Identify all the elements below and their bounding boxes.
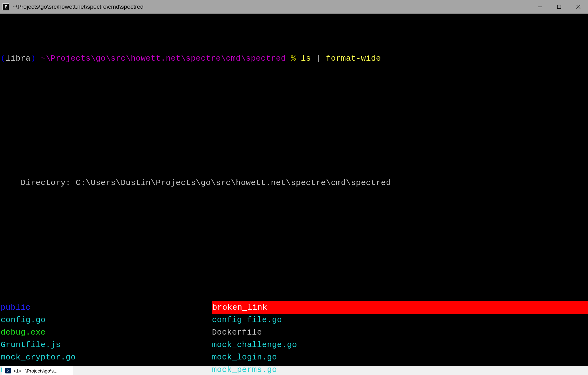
maximize-button[interactable] xyxy=(549,0,569,13)
file-entry: broken_link xyxy=(212,301,588,314)
minimize-button[interactable] xyxy=(530,0,549,13)
window-controls xyxy=(530,0,588,13)
file-entry: mock_perms.go xyxy=(212,363,588,375)
prompt-host: libra xyxy=(6,54,31,63)
close-icon xyxy=(576,5,581,9)
file-listing: publicbroken_linkconfig.goconfig_file.go… xyxy=(0,301,588,375)
file-entry: mock_login.go xyxy=(212,351,588,363)
file-entry: mock_cryptor.go xyxy=(1,351,212,363)
maximize-icon xyxy=(557,5,561,9)
file-entry: config_file.go xyxy=(212,314,588,326)
file-entry: Dockerfile xyxy=(212,326,588,339)
powershell-icon: > xyxy=(5,368,11,373)
shell-tab-label: <1> ~\Projects\go\s... xyxy=(13,368,57,373)
app-icon: E xyxy=(2,3,9,10)
prompt-close-paren: ) xyxy=(31,54,36,63)
file-entry: config.go xyxy=(1,314,212,326)
terminal-window: E ~\Projects\go\src\howett.net\spectre\c… xyxy=(0,0,588,375)
close-button[interactable] xyxy=(569,0,588,13)
file-entry: public xyxy=(1,301,212,314)
command-format-wide: format-wide xyxy=(326,54,381,63)
file-entry: mock_challenge.go xyxy=(212,339,588,351)
file-entry: Gruntfile.js xyxy=(1,339,212,351)
window-title: ~\Projects\go\src\howett.net\spectre\cmd… xyxy=(12,3,530,10)
command-ls: ls xyxy=(301,54,311,63)
prompt-path: ~\Projects\go\src\howett.net\spectre\cmd… xyxy=(41,54,286,63)
prompt-line-1: (libra) ~\Projects\go\src\howett.net\spe… xyxy=(0,52,588,65)
terminal-viewport[interactable]: (libra) ~\Projects\go\src\howett.net\spe… xyxy=(0,14,588,366)
shell-tab[interactable]: > <1> ~\Projects\go\s... xyxy=(2,366,73,375)
file-entry: debug.exe xyxy=(1,326,212,339)
svg-rect-1 xyxy=(558,5,561,8)
window-titlebar[interactable]: E ~\Projects\go\src\howett.net\spectre\c… xyxy=(0,0,588,14)
prompt-open-paren: ( xyxy=(1,54,6,63)
minimize-icon xyxy=(538,5,542,9)
command-pipe: | xyxy=(316,54,321,63)
prompt-symbol: % xyxy=(291,54,296,63)
directory-header: Directory: C:\Users\Dustin\Projects\go\s… xyxy=(0,177,588,189)
